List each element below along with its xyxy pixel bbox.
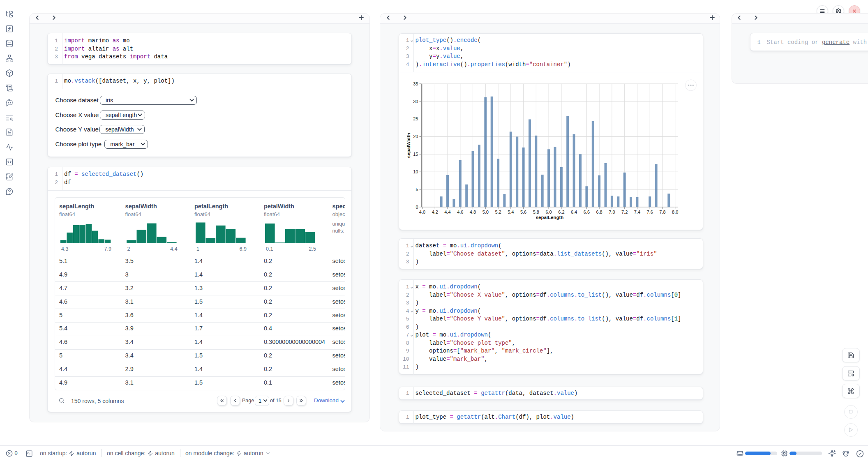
svg-text:0: 0 [416,204,418,209]
svg-text:6.8: 6.8 [596,210,602,214]
svg-text:6.4: 6.4 [570,210,577,214]
svg-text:4.4: 4.4 [444,210,450,214]
svg-text:10: 10 [413,169,418,174]
svg-text:sepalLength: sepalLength [536,215,563,220]
svg-text:8.0: 8.0 [672,210,678,214]
svg-text:7.8: 7.8 [659,210,665,214]
svg-text:5.0: 5.0 [482,210,488,214]
svg-text:6.0: 6.0 [545,210,552,214]
svg-text:5.6: 5.6 [520,210,526,214]
svg-text:30: 30 [413,99,418,104]
svg-text:15: 15 [413,152,418,157]
svg-text:sepalWidth: sepalWidth [406,133,411,158]
svg-text:5.2: 5.2 [495,210,501,214]
svg-text:7.4: 7.4 [634,210,640,214]
svg-text:7.0: 7.0 [609,210,615,214]
svg-text:4.8: 4.8 [469,210,476,214]
svg-text:5.4: 5.4 [508,210,514,214]
svg-text:6.2: 6.2 [558,210,564,214]
svg-text:5.8: 5.8 [533,210,539,214]
svg-text:4.6: 4.6 [457,210,463,214]
svg-text:25: 25 [413,116,418,121]
svg-text:5: 5 [416,187,418,191]
svg-text:7.2: 7.2 [621,210,628,214]
svg-text:35: 35 [413,81,418,86]
svg-text:20: 20 [413,134,418,139]
svg-text:4.2: 4.2 [432,210,438,214]
svg-text:6.6: 6.6 [583,210,589,214]
svg-text:4.0: 4.0 [419,210,425,214]
svg-text:7.6: 7.6 [646,210,653,214]
